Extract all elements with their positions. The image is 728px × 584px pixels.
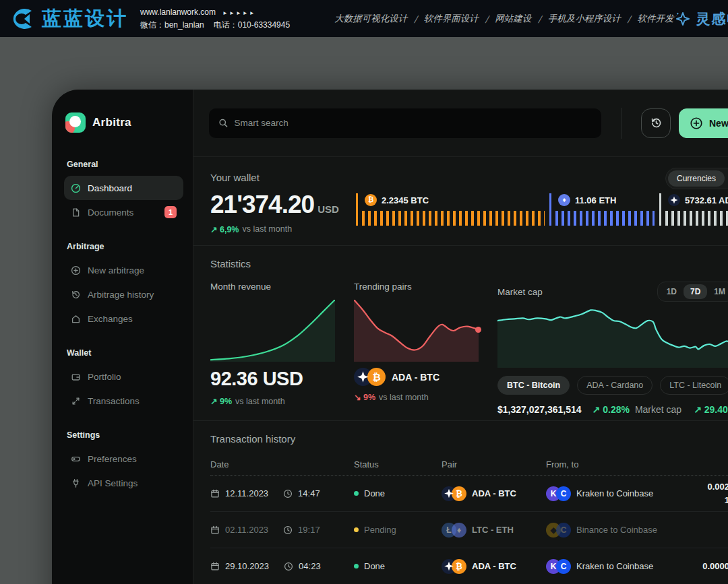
- trending-pair-icons: ₿: [354, 368, 386, 386]
- sidebar-item-dashboard[interactable]: Dashboard: [64, 176, 183, 200]
- btc-coin-icon: ₿: [452, 559, 466, 574]
- month-revenue-card: Month revenue 92.36 USD ↗ 9%vs last mont…: [210, 282, 335, 415]
- banner-website[interactable]: www.lanlanwork.com: [140, 7, 216, 17]
- trending-pair-label: ADA - BTC: [392, 372, 439, 383]
- sidebar-item-label: Arbitrage history: [88, 290, 154, 300]
- stage: Arbitra General Dashboard Documents1Arbi…: [0, 37, 728, 584]
- tx-time: 19:17: [298, 525, 320, 535]
- sidebar-heading: Arbitrage: [67, 242, 181, 251]
- wallet-view-toggle: CurrenciesExchanges: [665, 168, 728, 189]
- history-button[interactable]: [641, 108, 671, 138]
- banner-menu-item[interactable]: 软件界面设计: [424, 13, 479, 25]
- plug-icon: [71, 478, 81, 488]
- wallet-section: Your wallet CurrenciesExchanges 21'374.2…: [193, 157, 728, 246]
- menu-separator: /: [414, 13, 417, 24]
- banner-contact: www.lanlanwork.com►►►►► 微信：ben_lanlan电话：…: [140, 6, 299, 31]
- transaction-row[interactable]: 29.10.2023 04:23 Done ₿ADA - BTC KCKrake…: [210, 548, 728, 584]
- collect-link[interactable]: 灵感收集: [673, 9, 728, 28]
- col-date: Date: [210, 459, 354, 469]
- trending-pairs-chart: [354, 300, 479, 362]
- trending-change-label: vs last month: [379, 393, 429, 402]
- calendar-icon: [210, 525, 220, 535]
- sidebar-item-portfolio[interactable]: Portfolio: [64, 364, 183, 389]
- table-header: Date Status Pair From, to: [210, 454, 728, 476]
- transaction-row[interactable]: 02.11.2023 19:17 Pending Ł♦LTC - ETH ◆CB…: [210, 512, 728, 548]
- wallet-change: 6,9%: [220, 225, 239, 234]
- tx-pair: LTC - ETH: [472, 525, 514, 535]
- sidebar-item-arbitrage-history[interactable]: Arbitrage history: [64, 282, 183, 306]
- transactions-table: Date Status Pair From, to 12.11.2023 14:…: [210, 454, 728, 584]
- toggle-icon: [71, 454, 81, 464]
- transfer-icon: [71, 396, 81, 406]
- range-1d[interactable]: 1D: [660, 284, 684, 299]
- trending-pairs-card: Trending pairs ₿ ADA - BTC ↘ 9%vs last m…: [354, 282, 479, 415]
- market-cap-card: Market cap 1D7D1M BTC - BitcoinADA - Car…: [497, 282, 728, 415]
- coinbase-exchange-icon: C: [556, 486, 571, 501]
- wallet-value: 21'374.20: [210, 191, 314, 218]
- wallet-segment-ada: 5732.61 ADA: [659, 193, 728, 226]
- tx-status: Pending: [364, 525, 396, 535]
- wallet-segment-btc: ₿2.2345 BTC: [356, 193, 549, 226]
- tx-time: 14:47: [298, 488, 320, 498]
- new-arbitrage-label: New arbitrage: [709, 118, 728, 129]
- history-icon: [650, 117, 663, 129]
- sidebar-item-exchanges[interactable]: Exchanges: [64, 306, 183, 331]
- home-icon: [71, 314, 81, 324]
- sidebar-item-label: Exchanges: [88, 314, 133, 324]
- holding-amount: 11.06 ETH: [575, 195, 616, 205]
- coin-pills: BTC - BitcoinADA - CardanoLTC - Litecoin…: [497, 376, 728, 395]
- tx-fromto: Binance to Coinbase: [576, 525, 657, 535]
- banner-menu-item[interactable]: 手机及小程序设计: [548, 13, 621, 25]
- sidebar-item-documents[interactable]: Documents1: [64, 200, 183, 224]
- status-dot: [354, 491, 359, 496]
- sidebar-item-api-settings[interactable]: API Settings: [64, 471, 183, 495]
- amount-line: 1: [674, 494, 728, 507]
- statistics-title: Statistics: [210, 258, 728, 269]
- coin-pill-ltc[interactable]: LTC - Litecoin: [660, 376, 728, 395]
- collect-label: 灵感收集: [696, 9, 728, 28]
- wallet-icon: [71, 372, 81, 382]
- market-cap-label: Market cap: [635, 404, 681, 415]
- sidebar-item-preferences[interactable]: Preferences: [64, 447, 183, 471]
- coinbase-exchange-icon: C: [556, 559, 571, 574]
- banner-menu-item[interactable]: 网站建设: [495, 13, 531, 25]
- btc-coin-icon: ₿: [367, 368, 386, 386]
- history-icon: [71, 290, 81, 300]
- banner-logo: 蓝蓝设计: [9, 5, 128, 32]
- coin-pill-btc[interactable]: BTC - Bitcoin: [497, 376, 570, 395]
- sidebar-item-transactions[interactable]: Transactions: [64, 389, 183, 413]
- wallet-view-currencies[interactable]: Currencies: [668, 170, 725, 187]
- market-cap-stats: $1,327,027,361,514 ↗ 0.28% Market cap ↗ …: [497, 404, 728, 415]
- range-toggle: 1D7D1M: [657, 282, 728, 302]
- coin-pill-ada[interactable]: ADA - Cardano: [577, 376, 653, 395]
- tx-amount: 0.0000: [674, 560, 728, 573]
- eth-coin-icon: ♦: [558, 194, 570, 206]
- sidebar-item-label: New arbitrage: [88, 265, 144, 275]
- btc-coin-icon: ₿: [365, 194, 377, 206]
- new-arbitrage-button[interactable]: New arbitrage: [679, 108, 728, 138]
- banner-menu-item[interactable]: 软件开发: [637, 13, 673, 25]
- sidebar-item-label: Preferences: [88, 454, 137, 464]
- search-box[interactable]: [209, 108, 601, 138]
- trend-up-icon: ↗: [210, 397, 217, 406]
- app-brand-name: Arbitra: [92, 116, 131, 129]
- sparkle-icon: [673, 10, 691, 28]
- range-1m[interactable]: 1M: [707, 284, 728, 299]
- month-revenue-title: Month revenue: [210, 282, 335, 292]
- topbar: New arbitrage: [193, 90, 728, 157]
- lanlan-logo-icon: [9, 5, 36, 32]
- statistics-section: Statistics Month revenue 92.36 USD ↗ 9%v…: [193, 246, 728, 421]
- sidebar-item-new-arbitrage[interactable]: New arbitrage: [64, 258, 183, 282]
- month-revenue-chart: [210, 300, 335, 362]
- tx-pair: ADA - BTC: [472, 488, 516, 498]
- range-7d[interactable]: 7D: [684, 284, 707, 299]
- tx-date: 12.11.2023: [225, 488, 268, 498]
- tx-date: 29.10.2023: [225, 561, 269, 571]
- wallet-view-exchanges[interactable]: Exchanges: [725, 170, 728, 187]
- search-input[interactable]: [234, 118, 592, 128]
- transaction-row[interactable]: 12.11.2023 14:47 Done ₿ADA - BTC KCKrake…: [210, 476, 728, 512]
- coinbase-exchange-icon: C: [556, 523, 571, 538]
- trend-up-icon: ↗: [694, 404, 702, 415]
- banner-menu-item[interactable]: 大数据可视化设计: [334, 13, 407, 25]
- col-pair: Pair: [442, 459, 546, 469]
